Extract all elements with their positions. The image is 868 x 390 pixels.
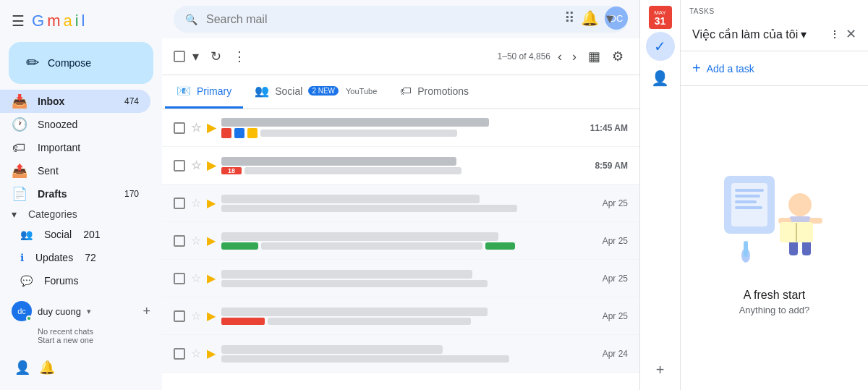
tasks-icon[interactable]: ✓ [646, 32, 675, 61]
sidebar-item-updates[interactable]: ℹ Updates 72 [0, 246, 150, 269]
email-content [221, 195, 591, 212]
row-checkbox[interactable] [174, 273, 185, 284]
pagination-label: 1–50 of 4,856 [498, 51, 550, 62]
updates-count: 72 [85, 252, 96, 263]
next-page-button[interactable]: › [568, 45, 581, 69]
tasks-empty-subtitle: Anything to add? [739, 305, 810, 315]
refresh-button[interactable]: ↻ [206, 44, 226, 69]
important-icon[interactable]: ▶ [207, 347, 216, 360]
important-icon[interactable]: ▶ [207, 271, 216, 285]
contacts-icon[interactable]: 👤 [646, 64, 675, 93]
pagination-nav: ‹ › [553, 45, 581, 69]
tasks-panel: TASKS Việc cần làm của tôi ▾ ⋮ ✕ + Add a… [680, 0, 868, 390]
sidebar-header: ☰ Gmail [0, 6, 162, 42]
chat-dropdown-icon[interactable]: ▾ [87, 307, 91, 316]
email-time: Apr 25 [603, 198, 628, 208]
star-icon[interactable]: ☆ [191, 347, 201, 360]
email-time: Apr 25 [603, 311, 628, 321]
bell-icon[interactable]: 🔔 [36, 357, 58, 378]
important-icon: 🏷 [12, 140, 26, 156]
row-checkbox[interactable] [174, 122, 185, 134]
online-indicator [26, 315, 32, 321]
email-row[interactable]: ☆ ▶ Apr 25 [162, 297, 639, 335]
tasks-close-button[interactable]: ✕ [846, 26, 856, 42]
add-chat-icon[interactable]: + [142, 304, 150, 319]
sidebar-item-forums[interactable]: 💬 Forums [0, 269, 150, 292]
row-checkbox[interactable] [174, 235, 185, 247]
add-task-label: Add a task [707, 63, 754, 75]
no-recent-chats: No recent chats Start a new one [0, 324, 162, 344]
avatar: dc [12, 301, 32, 321]
view-options-button[interactable]: ▦ [584, 44, 605, 69]
star-icon[interactable]: ☆ [191, 121, 201, 135]
categories-label: Categories [28, 208, 77, 220]
search-bar: 🔍 ▼ [174, 6, 628, 33]
compose-button[interactable]: ✏ Compose [9, 42, 153, 84]
chat-user-row[interactable]: dc duy cuong ▾ + [0, 298, 162, 324]
sidebar-item-label: Snoozed [38, 119, 139, 130]
email-row[interactable]: ☆ ▶ Apr 25 [162, 222, 639, 260]
sidebar-item-important[interactable]: 🏷 Important [0, 136, 150, 159]
calendar-date-badge[interactable]: MAY 31 [649, 6, 672, 29]
email-row[interactable]: ☆ ▶ 11:45 AM [162, 109, 639, 147]
row-checkbox[interactable] [174, 198, 185, 209]
star-icon[interactable]: ☆ [191, 271, 201, 285]
toolbar-right: 1–50 of 4,856 ‹ › ▦ ⚙ [253, 44, 628, 69]
inbox-count: 474 [124, 96, 139, 106]
drafts-count: 170 [124, 189, 139, 199]
categories-toggle[interactable]: ▾ Categories [0, 205, 162, 223]
email-row[interactable]: ☆ ▶ 18 8:59 AM [162, 147, 639, 185]
email-content [221, 118, 579, 138]
star-icon[interactable]: ☆ [191, 158, 201, 172]
important-icon[interactable]: ▶ [207, 234, 216, 247]
tab-promotions[interactable]: 🏷 Promotions [388, 75, 480, 109]
no-recent-label: No recent chats [38, 327, 150, 336]
row-checkbox[interactable] [174, 310, 185, 322]
email-row[interactable]: ☆ ▶ Apr 24 [162, 335, 639, 373]
social-tab-icon: 👥 [255, 84, 269, 98]
prev-page-button[interactable]: ‹ [553, 45, 566, 69]
forums-icon: 💬 [20, 275, 33, 287]
star-icon[interactable]: ☆ [191, 234, 201, 247]
snoozed-icon: 🕐 [12, 116, 26, 132]
important-icon[interactable]: ▶ [207, 121, 216, 135]
tasks-dropdown-icon[interactable]: ▾ [801, 27, 807, 41]
add-addon-icon[interactable]: + [646, 355, 675, 384]
people-icon[interactable]: 👤 [12, 357, 33, 378]
select-dropdown-icon[interactable]: ▾ [188, 44, 203, 69]
important-icon[interactable]: ▶ [207, 196, 216, 210]
sidebar-item-inbox[interactable]: 📥 Inbox 474 [0, 90, 150, 113]
svg-rect-15 [744, 241, 748, 257]
hamburger-menu-icon[interactable]: ☰ [12, 12, 25, 30]
more-options-button[interactable]: ⋮ [229, 44, 250, 69]
sidebar-item-social[interactable]: 👥 Social 201 [0, 223, 150, 246]
email-row[interactable]: ☆ ▶ Apr 25 [162, 260, 639, 297]
search-filter-icon[interactable]: ▼ [603, 12, 616, 27]
settings-button[interactable]: ⚙ [608, 44, 628, 69]
tab-social[interactable]: 👥 Social 2 NEW YouTube [243, 75, 388, 109]
social-icon: 👥 [20, 229, 33, 240]
tab-primary[interactable]: 📧 Primary [165, 75, 243, 109]
sidebar-item-snoozed[interactable]: 🕐 Snoozed [0, 113, 150, 136]
important-icon[interactable]: ▶ [207, 309, 216, 323]
star-icon[interactable]: ☆ [191, 309, 201, 323]
inbox-icon: 📥 [12, 93, 26, 109]
compose-plus-icon: ✏ [26, 54, 39, 72]
tasks-illustration-svg [717, 161, 833, 277]
select-all-checkbox[interactable] [174, 51, 185, 62]
row-checkbox[interactable] [174, 348, 185, 360]
sidebar-item-sent[interactable]: 📤 Sent [0, 159, 150, 182]
email-toolbar: ▾ ↻ ⋮ 1–50 of 4,856 ‹ › ▦ ⚙ [162, 38, 639, 75]
sidebar-item-drafts[interactable]: 📄 Drafts 170 [0, 182, 150, 205]
email-time: 8:59 AM [595, 161, 628, 171]
start-new-chat[interactable]: Start a new one [38, 336, 150, 344]
star-icon[interactable]: ☆ [191, 196, 201, 210]
add-task-button[interactable]: + Add a task [681, 51, 868, 86]
calendar-day: 31 [655, 16, 666, 26]
search-input[interactable] [206, 13, 595, 26]
tasks-more-icon[interactable]: ⋮ [830, 28, 840, 40]
sidebar: ☰ Gmail ✏ Compose 📥 Inbox 474 🕐 Snoozed … [0, 0, 162, 390]
email-row[interactable]: ☆ ▶ Apr 25 [162, 185, 639, 222]
row-checkbox[interactable] [174, 160, 185, 171]
important-icon[interactable]: ▶ [207, 158, 216, 172]
